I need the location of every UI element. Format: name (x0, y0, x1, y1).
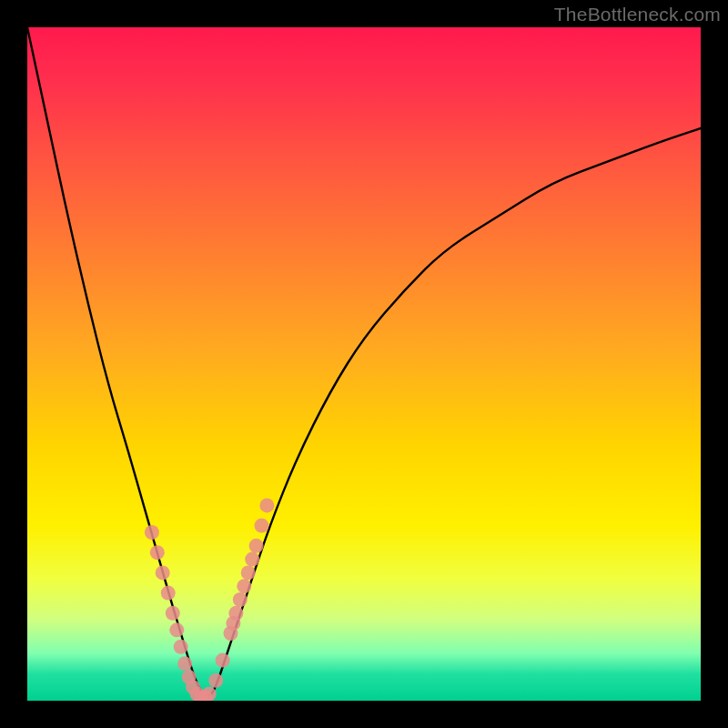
highlight-marker (255, 519, 269, 533)
highlight-marker (161, 586, 176, 601)
highlight-marker (259, 498, 274, 512)
watermark-text: TheBottleneck.com (554, 4, 721, 25)
plot-area (27, 27, 701, 701)
bottleneck-curve (27, 27, 701, 696)
figure-frame: TheBottleneck.com (0, 0, 728, 728)
highlight-marker (241, 565, 256, 580)
highlight-marker (177, 656, 192, 671)
highlight-marker (245, 552, 259, 567)
highlight-marker (233, 592, 248, 607)
curve-layer (27, 27, 701, 701)
highlight-marker (202, 687, 217, 701)
highlight-marker (156, 565, 170, 580)
highlight-marker (237, 579, 251, 593)
highlight-marker (145, 525, 159, 540)
highlight-marker (216, 653, 230, 668)
highlight-marker (166, 606, 180, 621)
highlight-marker (174, 640, 188, 654)
highlight-markers (145, 498, 275, 701)
highlight-marker (169, 622, 184, 637)
highlight-marker (228, 606, 243, 621)
highlight-marker (208, 673, 223, 688)
highlight-marker (150, 545, 165, 560)
highlight-marker (249, 539, 264, 553)
bottleneck-curve-path (27, 27, 701, 696)
